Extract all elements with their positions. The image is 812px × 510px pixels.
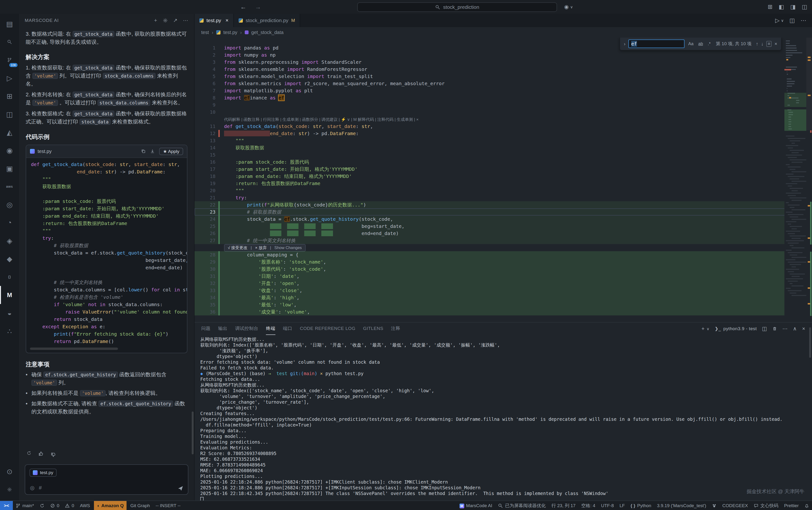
whole-word-icon[interactable]: ab [697, 41, 704, 47]
overview-ruler[interactable] [806, 37, 812, 322]
new-terminal-icon[interactable]: + [701, 325, 704, 332]
activity-run-debug-icon[interactable]: ▷ [0, 69, 19, 87]
codelens-row[interactable]: 代码解释 | 函数注释 | 行间注释 | 生成单测 | 函数拆分 | 调优建议 … [195, 116, 812, 123]
marscode-status-item[interactable]: MMarsCode AI [457, 501, 495, 510]
show-changes-button[interactable]: Show Changes [274, 244, 302, 251]
paw-item[interactable] [709, 501, 720, 510]
insert-code-icon[interactable] [150, 149, 155, 154]
breadcrumb-file[interactable]: test.py [223, 30, 237, 35]
prev-match-icon[interactable]: ↑ [756, 41, 758, 47]
regenerate-icon[interactable] [27, 451, 31, 459]
panel-tab-GITLENS[interactable]: GITLENS [363, 322, 383, 335]
activity-json-icon[interactable]: {} [0, 268, 19, 286]
regex-icon[interactable]: .* [707, 41, 712, 47]
close-find-icon[interactable]: × [775, 41, 777, 47]
open-in-editor-icon[interactable]: ↗ [173, 17, 178, 24]
apply-button[interactable]: ★ Apply [159, 148, 183, 155]
codegeex-item[interactable]: CODEGEEX [720, 501, 751, 510]
encoding-item[interactable]: UTF-8 [598, 501, 617, 510]
interpreter-item[interactable]: 3.9.19 ('MarsCode_test') [654, 501, 709, 510]
gear-icon[interactable] [163, 18, 168, 23]
find-input[interactable]: ef [628, 39, 685, 48]
cursor-position-item[interactable]: 行 23, 列 17 [548, 501, 578, 510]
customize-layout-icon[interactable]: ⊞ [768, 4, 773, 10]
panel-more-icon[interactable]: ⋯ [782, 325, 788, 332]
tab-test-py[interactable]: test.py × [195, 14, 234, 27]
breadcrumb-symbol[interactable]: get_stock_data [252, 30, 284, 35]
thumbs-down-icon[interactable] [51, 451, 56, 459]
terminal-instance-item[interactable]: ❯_python3.9 - test [715, 326, 757, 331]
branch-item[interactable]: main* [13, 501, 37, 510]
activity-source-control-icon[interactable]: 10K [0, 51, 19, 69]
match-case-icon[interactable]: Aa [687, 41, 695, 47]
terminal-scrollbar[interactable] [809, 327, 811, 358]
tab-stock-prediction-py[interactable]: stock_prediction.py M [234, 14, 300, 27]
find-in-selection-icon[interactable]: ≡ [766, 41, 772, 47]
activity-paw-icon[interactable]: ∴ [0, 322, 19, 340]
indentation-item[interactable]: 空格: 4 [578, 501, 598, 510]
accept-changes-button[interactable]: √ 接受更改 [228, 244, 248, 251]
activity-gem-icon[interactable]: ◈ [0, 232, 19, 250]
activity-docker-icon[interactable]: ▣ [0, 159, 19, 177]
editor-more-actions[interactable]: ⋯ [801, 17, 806, 24]
notifications-item[interactable] [802, 501, 812, 510]
maximize-panel-icon[interactable]: ∧ [793, 325, 797, 332]
screen-reader-item[interactable]: 已为屏幕阅读器优化 [495, 501, 548, 510]
split-editor-button[interactable]: ◫ [789, 17, 795, 24]
toggle-secondary-sidebar-icon[interactable]: ◫ [802, 4, 807, 10]
activity-search-icon[interactable] [0, 33, 19, 51]
panel-tab-CODE REFERENCE LOG[interactable]: CODE REFERENCE LOG [300, 322, 355, 335]
terminal[interactable]: 从网络获取MSFT的历史数据...获取到的列名: Index(['股票名称', … [195, 335, 812, 501]
run-dropdown[interactable]: ∨ [781, 18, 784, 23]
activity-jupyter-icon[interactable]: ◉ [0, 141, 19, 159]
code-editor[interactable]: › ef Aa ab .* 第 10 项, 共 10 项 ↑ ↓ ≡ × 1im… [195, 37, 812, 322]
close-panel-icon[interactable]: × [802, 325, 805, 332]
eol-item[interactable]: LF [617, 501, 628, 510]
prettier-item[interactable]: Prettier [781, 501, 802, 510]
activity-aws-icon[interactable]: aws [0, 177, 19, 196]
send-icon[interactable] [177, 485, 184, 491]
context-chip[interactable]: test.py [29, 469, 57, 477]
copilot-button[interactable]: ◉∨ [564, 0, 573, 14]
panel-tab-端口[interactable]: 端口 [283, 322, 292, 335]
breadcrumb-folder[interactable]: test [201, 30, 209, 35]
panel-tab-注释[interactable]: 注释 [391, 322, 400, 335]
activity-remote-explorer-icon[interactable]: ◫ [0, 105, 19, 123]
sync-item[interactable] [37, 501, 47, 510]
activity-testing-icon[interactable]: ◭ [0, 123, 19, 141]
nav-forward-icon[interactable]: → [255, 3, 261, 11]
terminal-dropdown-icon[interactable]: ∨ [707, 327, 709, 331]
panel-tab-问题[interactable]: 问题 [201, 322, 210, 335]
close-tab-icon[interactable]: × [226, 17, 229, 24]
copy-code-icon[interactable] [141, 149, 146, 154]
run-button[interactable]: ▷ [775, 17, 779, 24]
remote-indicator[interactable]: >< [0, 501, 13, 510]
toggle-panel-icon[interactable]: ◨ [790, 4, 796, 10]
sidebar-scrollbar[interactable] [192, 412, 194, 454]
activity-explorer-icon[interactable]: ▤ [0, 15, 19, 33]
wenxin-item[interactable]: 文心快码 [751, 501, 781, 510]
more-actions-icon[interactable]: ⋯ [183, 17, 188, 24]
minimap[interactable] [784, 37, 806, 322]
panel-tab-输出[interactable]: 输出 [218, 322, 227, 335]
activity-codewhisperer-icon[interactable]: ◎ [0, 196, 19, 214]
git-graph-item[interactable]: Git Graph [127, 501, 153, 510]
activity-account-icon[interactable]: ⊙ [0, 462, 19, 481]
toggle-sidebar-icon[interactable]: ◧ [779, 4, 784, 10]
aws-item[interactable]: AWS [77, 501, 93, 510]
card-scrollbar[interactable] [30, 347, 183, 350]
new-chat-icon[interactable]: + [154, 17, 157, 24]
nav-back-icon[interactable]: ← [240, 3, 246, 11]
warnings-item[interactable]: 0 [62, 501, 77, 510]
thumbs-up-icon[interactable] [38, 451, 44, 459]
language-item[interactable]: { }Python [628, 501, 654, 510]
activity-rocket-icon[interactable]: ◆ [0, 250, 19, 268]
activity-extensions-icon[interactable]: ⊞ [0, 87, 19, 105]
next-match-icon[interactable]: ↓ [761, 41, 763, 47]
kill-terminal-icon[interactable] [772, 327, 777, 331]
activity-debug-alt-icon[interactable]: ◒ [0, 304, 19, 322]
errors-item[interactable]: 0 [47, 501, 62, 510]
panel-tab-调试控制台[interactable]: 调试控制台 [235, 322, 258, 335]
panel-tab-终端[interactable]: 终端 [266, 322, 275, 335]
activity-c-extension-icon[interactable]: ◔ [0, 214, 19, 232]
